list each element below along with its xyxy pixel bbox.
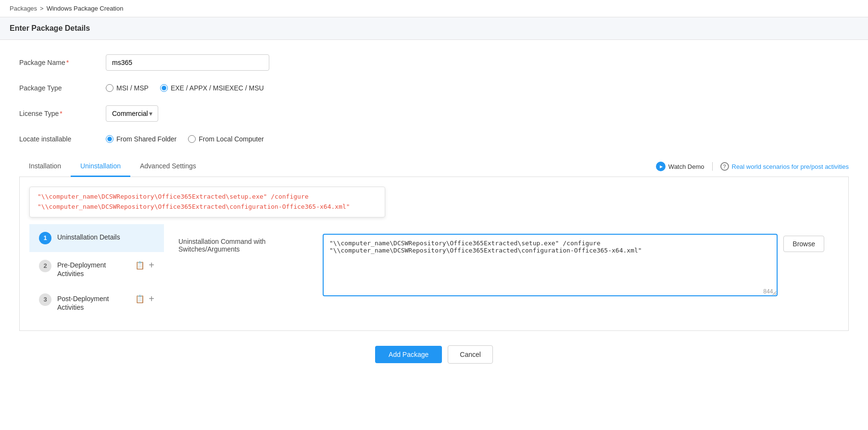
browse-button[interactable]: Browse bbox=[783, 236, 824, 252]
step-2-label: Pre-Deployment Activities bbox=[57, 261, 129, 278]
cmd-textarea[interactable]: "\\computer_name\DCSWRepository\Office36… bbox=[323, 234, 778, 296]
step-1-content-area: Uninstallation Command with Switches/Arg… bbox=[164, 224, 839, 320]
step-3-content: Post-Deployment Activities bbox=[57, 293, 129, 312]
license-type-select[interactable]: Commercial Open Source Freeware bbox=[106, 105, 158, 122]
tooltip-line1: "\\computer_name\DCSWRepository\Office36… bbox=[38, 193, 309, 200]
package-name-input[interactable] bbox=[106, 54, 269, 71]
main-content: Package Name* Package Type MSI / MSP EXE… bbox=[0, 40, 868, 388]
tab-content-uninstallation: "\\computer_name\DCSWRepository\Office36… bbox=[19, 177, 849, 331]
step-3-clipboard-icon[interactable]: 📋 bbox=[135, 294, 145, 304]
step-2-clipboard-icon[interactable]: 📋 bbox=[135, 261, 145, 270]
play-icon bbox=[656, 162, 666, 171]
step-2-content: Pre-Deployment Activities bbox=[57, 260, 129, 278]
license-type-label: License Type* bbox=[19, 110, 106, 117]
page-title: Enter Package Details bbox=[10, 24, 858, 33]
watch-demo-label: Watch Demo bbox=[668, 163, 704, 170]
step-1-num: 1 bbox=[39, 232, 51, 244]
package-type-msi[interactable]: MSI / MSP bbox=[106, 84, 149, 92]
license-type-row: License Type* Commercial Open Source Fre… bbox=[19, 105, 849, 122]
page-header: Enter Package Details bbox=[0, 17, 868, 40]
cmd-input-area: "\\computer_name\DCSWRepository\Office36… bbox=[323, 234, 824, 298]
locate-local-radio[interactable] bbox=[188, 135, 196, 143]
uninstall-layout: 1 Uninstallation Details 2 Pre-Deploymen… bbox=[29, 224, 839, 320]
cmd-textarea-wrapper: "\\computer_name\DCSWRepository\Office36… bbox=[323, 234, 778, 298]
step-3-add-icon[interactable]: + bbox=[149, 293, 154, 304]
package-type-exe-radio[interactable] bbox=[160, 84, 168, 92]
cmd-field-row: Uninstallation Command with Switches/Arg… bbox=[178, 234, 824, 298]
package-type-label: Package Type bbox=[19, 84, 106, 92]
tab-right-divider bbox=[712, 162, 713, 171]
step-2-add-icon[interactable]: + bbox=[149, 260, 154, 271]
bottom-bar: Add Package Cancel bbox=[19, 331, 849, 373]
step-2-actions: 📋 + bbox=[135, 260, 154, 271]
locate-local[interactable]: From Local Computer bbox=[188, 135, 264, 143]
package-type-options: MSI / MSP EXE / APPX / MSIEXEC / MSU bbox=[106, 84, 264, 92]
step-1-item[interactable]: 1 Uninstallation Details bbox=[29, 224, 164, 252]
tooltip-line2: "\\computer_name\DCSWRepository\Office36… bbox=[38, 203, 350, 210]
cancel-button[interactable]: Cancel bbox=[448, 345, 493, 364]
tab-installation[interactable]: Installation bbox=[19, 156, 71, 177]
step-3-label: Post-Deployment Activities bbox=[57, 294, 129, 312]
package-name-label: Package Name* bbox=[19, 59, 106, 66]
locate-label: Locate installable bbox=[19, 135, 106, 143]
package-type-msi-radio[interactable] bbox=[106, 84, 113, 92]
package-name-field[interactable] bbox=[106, 54, 269, 71]
package-name-row: Package Name* bbox=[19, 54, 849, 71]
help-icon: ? bbox=[720, 162, 729, 171]
step-1-label: Uninstallation Details bbox=[57, 233, 120, 241]
breadcrumb: Packages > Windows Package Creation bbox=[0, 0, 868, 17]
add-package-button[interactable]: Add Package bbox=[375, 346, 442, 363]
tab-uninstallation[interactable]: Uninstallation bbox=[71, 156, 130, 177]
locate-shared-radio[interactable] bbox=[106, 135, 113, 143]
breadcrumb-current: Windows Package Creation bbox=[47, 5, 124, 12]
breadcrumb-packages[interactable]: Packages bbox=[10, 5, 37, 12]
tooltip-box: "\\computer_name\DCSWRepository\Office36… bbox=[29, 187, 385, 217]
tab-advanced-settings[interactable]: Advanced Settings bbox=[130, 156, 206, 177]
step-3-item[interactable]: 3 Post-Deployment Activities 📋 + bbox=[29, 286, 164, 319]
sidebar-steps: 1 Uninstallation Details 2 Pre-Deploymen… bbox=[29, 224, 164, 320]
package-type-exe[interactable]: EXE / APPX / MSIEXEC / MSU bbox=[160, 84, 264, 92]
step-3-num: 3 bbox=[39, 293, 51, 306]
real-world-label: Real world scenarios for pre/post activi… bbox=[732, 163, 849, 170]
step-2-item[interactable]: 2 Pre-Deployment Activities 📋 + bbox=[29, 252, 164, 286]
tabs-right-area: Watch Demo ? Real world scenarios for pr… bbox=[656, 162, 849, 171]
package-type-row: Package Type MSI / MSP EXE / APPX / MSIE… bbox=[19, 84, 849, 92]
real-world-link[interactable]: ? Real world scenarios for pre/post acti… bbox=[720, 162, 849, 171]
cmd-field-label: Uninstallation Command with Switches/Arg… bbox=[178, 234, 313, 253]
breadcrumb-sep: > bbox=[40, 5, 44, 12]
license-type-select-wrapper[interactable]: Commercial Open Source Freeware bbox=[106, 105, 158, 122]
step-2-num: 2 bbox=[39, 260, 51, 272]
step-3-actions: 📋 + bbox=[135, 293, 154, 304]
watch-demo-link[interactable]: Watch Demo bbox=[656, 162, 704, 171]
locate-shared[interactable]: From Shared Folder bbox=[106, 135, 176, 143]
locate-options: From Shared Folder From Local Computer bbox=[106, 135, 264, 143]
char-count: 844 bbox=[763, 288, 773, 295]
tabs-row: Installation Uninstallation Advanced Set… bbox=[19, 156, 849, 177]
locate-installable-row: Locate installable From Shared Folder Fr… bbox=[19, 135, 849, 143]
